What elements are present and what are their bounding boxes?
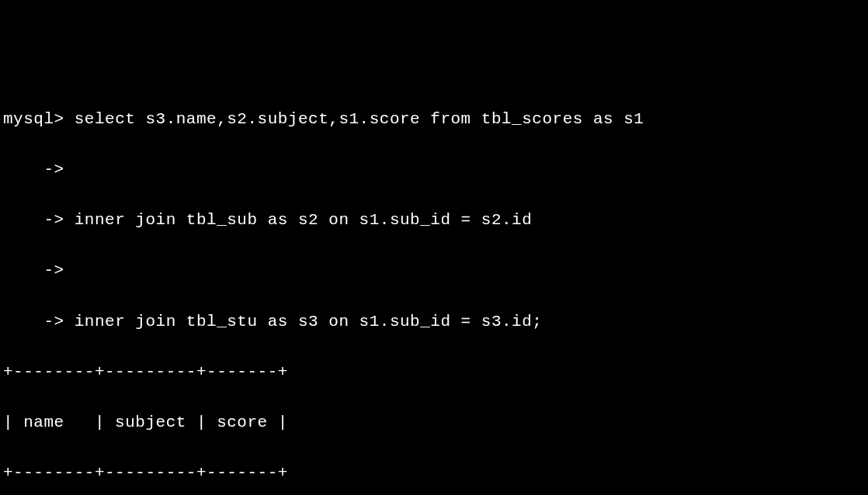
query-text-3: inner join tbl_sub as s2 on s1.sub_id = … — [64, 211, 533, 229]
query-line-5: -> inner join tbl_stu as s3 on s1.sub_id… — [3, 310, 865, 335]
table-border-top: +--------+---------+-------+ — [3, 360, 865, 386]
query-line-3: -> inner join tbl_sub as s2 on s1.sub_id… — [3, 208, 865, 234]
continuation-prompt: -> — [3, 161, 64, 178]
query-line-2: -> — [3, 158, 865, 183]
table-header: | name | subject | score | — [3, 410, 865, 436]
query-text-1: select s3.name,s2.subject,s1.score from … — [64, 110, 644, 128]
table-border-mid: +--------+---------+-------+ — [3, 461, 865, 486]
continuation-prompt: -> — [3, 313, 64, 331]
query-text-5: inner join tbl_stu as s3 on s1.sub_id = … — [64, 313, 543, 331]
continuation-prompt: -> — [3, 261, 64, 279]
query-line-1: mysql> select s3.name,s2.subject,s1.scor… — [3, 107, 865, 133]
query-line-4: -> — [3, 258, 865, 284]
continuation-prompt: -> — [3, 211, 64, 229]
mysql-prompt: mysql> — [3, 110, 64, 128]
